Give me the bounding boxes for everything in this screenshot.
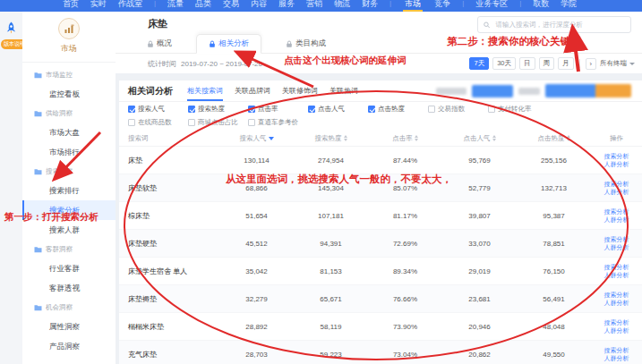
action-link[interactable]: 搜索分析 — [604, 181, 629, 188]
column-label: 点击人气 — [464, 134, 491, 143]
sort-icon[interactable] — [567, 135, 570, 141]
sidebar-item[interactable]: 市场排行 — [22, 142, 116, 162]
action-link[interactable]: 搜索分析 — [604, 319, 629, 326]
sort-icon[interactable] — [415, 135, 418, 141]
blurred-orange-button[interactable] — [595, 84, 631, 97]
column-header[interactable]: 搜索热度 — [294, 134, 368, 143]
nav-item[interactable]: 取数 — [533, 0, 549, 12]
column-header[interactable]: 搜索人气 — [219, 134, 294, 143]
terminal-dropdown[interactable]: 所有终端 — [600, 59, 635, 68]
checkbox-icon[interactable] — [428, 106, 435, 113]
table-body: 床垫130,114274,95487.44%95,769255,156搜索分析人… — [119, 147, 642, 364]
column-header[interactable]: 点击率 — [368, 134, 442, 143]
nav-item[interactable]: 学院 — [561, 0, 577, 12]
sort-icon[interactable] — [492, 135, 496, 141]
action-link[interactable]: 搜索分析 — [604, 153, 629, 160]
nav-item[interactable]: 品类 — [195, 0, 211, 12]
metric-checkbox[interactable]: 支付转化率 — [488, 105, 548, 114]
panel-subtab[interactable]: 关联品牌词 — [235, 80, 270, 101]
panel-subtab[interactable]: 关联修饰词 — [282, 80, 318, 101]
nav-item[interactable]: 内容 — [251, 0, 267, 12]
sidebar-item[interactable]: 搜索分析 — [22, 200, 116, 220]
sidebar-item[interactable]: 客群透视 — [22, 278, 116, 298]
blurred-blue-button[interactable] — [472, 85, 513, 97]
sort-desc-icon[interactable] — [269, 137, 274, 140]
search-input[interactable] — [493, 20, 625, 30]
lock-icon — [286, 40, 293, 48]
nav-item[interactable]: 首页 — [63, 0, 79, 12]
checkbox-icon[interactable] — [248, 119, 255, 126]
metric-checkbox[interactable]: 点击率 — [248, 105, 308, 114]
metric-checkbox[interactable]: 直通车参考价 — [248, 118, 308, 127]
nav-item[interactable]: 流量 — [167, 0, 184, 12]
sidebar-item[interactable]: 搜索排行 — [22, 181, 116, 200]
tab-label: 概况 — [157, 38, 172, 49]
range-button[interactable]: 30天 — [492, 57, 516, 70]
nav-item[interactable]: 营销 — [306, 0, 322, 12]
metric-checkbox[interactable]: 搜索热度 — [188, 105, 248, 114]
blurred-blue-button[interactable] — [545, 84, 595, 97]
nav-item[interactable]: 实时 — [90, 0, 107, 12]
metric-checkbox[interactable]: 点击热度 — [368, 105, 428, 114]
action-link[interactable]: 搜索分析 — [604, 236, 629, 243]
action-link[interactable]: 搜索分析 — [604, 292, 629, 299]
checkbox-icon[interactable] — [188, 119, 195, 126]
metric-checkbox[interactable]: 搜索人气 — [128, 105, 188, 114]
checkbox-icon[interactable] — [248, 106, 255, 113]
metric-checkbox[interactable]: 交易指数 — [428, 105, 488, 114]
search-box[interactable] — [477, 16, 631, 33]
page-tab[interactable]: 概况 — [135, 35, 184, 53]
nav-item[interactable]: 交易 — [223, 0, 239, 12]
column-header[interactable]: 搜索词 — [119, 134, 219, 143]
column-header[interactable]: 点击热度 — [517, 134, 591, 143]
panel-subtab[interactable]: 相关搜索词 — [187, 80, 223, 101]
nav-item[interactable]: 业务专区 — [475, 0, 508, 12]
range-button[interactable]: 月 — [558, 57, 574, 70]
sidebar-item[interactable]: 市场大盘 — [22, 123, 116, 142]
checkbox-icon[interactable] — [128, 106, 135, 113]
panel-subtab[interactable]: 关联热词 — [330, 80, 358, 101]
nav-item[interactable]: 竞争 — [434, 0, 450, 12]
sidebar-item[interactable]: 产品洞察 — [22, 336, 116, 356]
nav-item[interactable]: 作战室 — [118, 0, 142, 12]
sidebar-item[interactable]: 属性洞察 — [22, 317, 116, 336]
range-button[interactable]: 7天 — [469, 57, 489, 70]
nav-item[interactable]: 市场 — [403, 0, 423, 12]
action-link[interactable]: 人群分析 — [604, 216, 629, 224]
nav-item[interactable]: 财务 — [362, 0, 378, 12]
range-button[interactable]: 日 — [519, 57, 535, 70]
metric-checkbox[interactable]: 点击人气 — [308, 105, 368, 114]
nav-item[interactable]: 服务 — [278, 0, 295, 12]
metric-checkbox[interactable]: 商城点击占比 — [188, 118, 248, 127]
checkbox-icon[interactable] — [188, 106, 195, 113]
rocket-icon[interactable] — [4, 21, 19, 37]
nav-item[interactable]: 物流 — [334, 0, 350, 12]
action-link[interactable]: 人群分析 — [604, 161, 629, 168]
action-link[interactable]: 人群分析 — [604, 272, 629, 279]
action-link[interactable]: 搜索分析 — [604, 208, 629, 216]
action-link[interactable]: 人群分析 — [604, 244, 629, 251]
sidebar-item[interactable]: 搜索人群 — [22, 220, 116, 240]
metric-checkbox[interactable]: 在线商品数 — [128, 118, 188, 127]
page-tab[interactable]: 类目构成 — [274, 35, 338, 53]
sidebar-item[interactable]: 行业客群 — [22, 258, 116, 278]
sidebar-item[interactable]: 监控看板 — [22, 84, 116, 104]
column-header[interactable]: 操作 — [591, 134, 642, 143]
action-link[interactable]: 人群分析 — [604, 300, 629, 307]
column-header[interactable]: 点击人气 — [442, 134, 517, 143]
action-link[interactable]: 人群分析 — [604, 327, 629, 334]
range-button[interactable]: 周 — [539, 57, 555, 70]
action-link[interactable]: 搜索分析 — [604, 264, 629, 271]
action-link[interactable]: 搜索分析 — [604, 347, 629, 354]
pager-next-button[interactable]: › — [586, 58, 597, 70]
checkbox-icon[interactable] — [128, 119, 135, 126]
sort-icon[interactable] — [344, 135, 347, 141]
checkbox-icon[interactable] — [368, 106, 375, 113]
action-link[interactable]: 人群分析 — [604, 355, 629, 362]
checkbox-icon[interactable] — [308, 106, 315, 113]
blurred-button-group[interactable] — [545, 84, 631, 97]
page-tab[interactable]: 相关分析 — [196, 34, 261, 54]
action-link[interactable]: 人群分析 — [604, 189, 629, 196]
checkbox-icon[interactable] — [488, 106, 495, 113]
cell-value: 132,713 — [517, 184, 591, 192]
